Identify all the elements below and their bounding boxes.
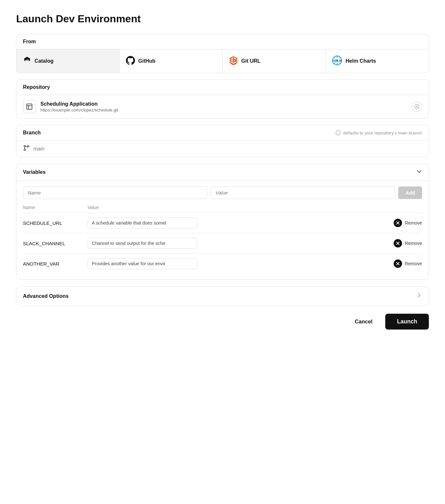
- branch-section-header: Branch i defaults to your repository's m…: [16, 125, 429, 141]
- branch-content: [16, 141, 429, 157]
- branch-input-wrap: [23, 144, 422, 153]
- repo-name: Scheduling Application: [40, 101, 118, 107]
- repository-section-header: Repository: [16, 80, 429, 95]
- from-tabs: Catalog GitHub Git UR: [16, 49, 429, 73]
- remove-var-0-button[interactable]: [394, 219, 402, 227]
- var-value-input-2[interactable]: [88, 258, 197, 269]
- from-section-header: From: [16, 34, 429, 49]
- branch-info: i defaults to your repository's main bra…: [336, 130, 422, 135]
- advanced-options-content[interactable]: Advanced Options: [16, 287, 429, 306]
- cancel-button[interactable]: Cancel: [348, 315, 379, 329]
- variable-row: SLACK_CHANNEL Remove: [23, 233, 422, 253]
- remove-repo-button[interactable]: [412, 101, 422, 112]
- git-url-icon: [229, 56, 238, 66]
- var-value-input-1[interactable]: [88, 238, 197, 249]
- tab-catalog[interactable]: Catalog: [16, 49, 119, 73]
- remove-var-2-label[interactable]: Remove: [405, 261, 422, 266]
- var-name-2: ANOTHER_VAR: [23, 261, 88, 267]
- repo-icon: [23, 100, 36, 113]
- tab-catalog-label: Catalog: [35, 58, 54, 64]
- variables-section-header: Variables: [16, 164, 429, 181]
- var-value-wrap-2: [88, 258, 389, 269]
- tab-github[interactable]: GitHub: [119, 49, 222, 73]
- var-actions-1: Remove: [394, 239, 422, 247]
- repo-details: Scheduling Application https://example.c…: [40, 101, 118, 112]
- tab-git-url[interactable]: Git URL: [222, 49, 326, 73]
- github-icon: [126, 56, 135, 66]
- collapse-icon[interactable]: [416, 169, 422, 176]
- repository-content: Scheduling Application https://example.c…: [16, 95, 429, 118]
- repository-section: Repository Scheduling Application https:…: [16, 79, 429, 119]
- variable-row: ANOTHER_VAR Remove: [23, 253, 422, 274]
- launch-button[interactable]: Launch: [385, 314, 429, 330]
- svg-rect-16: [27, 104, 32, 110]
- variables-col-headers: Name Value: [23, 205, 422, 213]
- add-variable-button[interactable]: Add: [398, 186, 422, 199]
- branch-icon: [23, 144, 30, 153]
- var-value-input-0[interactable]: [88, 217, 197, 228]
- variable-name-input[interactable]: [23, 186, 207, 199]
- remove-var-0-label[interactable]: Remove: [405, 220, 422, 226]
- variables-table: Name Value SCHEDULE_URL Remove: [23, 205, 422, 274]
- col-value-header: Value: [88, 205, 99, 210]
- variables-section: Variables Add Name Value SCHEDULE_URL: [16, 164, 429, 280]
- advanced-options-label: Advanced Options: [23, 293, 68, 299]
- var-name-0: SCHEDULE_URL: [23, 220, 88, 226]
- variables-inputs: Add: [23, 186, 422, 199]
- svg-text:i: i: [337, 131, 338, 135]
- variable-row: SCHEDULE_URL Remove: [23, 213, 422, 233]
- advanced-options-section: Advanced Options: [16, 286, 429, 306]
- repo-url: https://example.com/clopez/schedule.git: [40, 108, 118, 112]
- col-name-header: Name: [23, 205, 88, 210]
- branch-input[interactable]: [33, 146, 422, 152]
- action-row: Cancel Launch: [16, 314, 429, 330]
- tab-helm-charts[interactable]: HELM Helm Charts: [326, 49, 429, 73]
- var-name-1: SLACK_CHANNEL: [23, 241, 88, 246]
- page-title: Launch Dev Environment: [16, 13, 429, 25]
- var-actions-0: Remove: [394, 219, 422, 227]
- tab-github-label: GitHub: [138, 58, 155, 64]
- var-value-wrap-0: [88, 217, 389, 228]
- tab-git-url-label: Git URL: [241, 58, 261, 64]
- remove-var-1-button[interactable]: [394, 239, 402, 247]
- variables-content: Add Name Value SCHEDULE_URL: [16, 181, 429, 279]
- tab-helm-charts-label: Helm Charts: [346, 58, 376, 64]
- var-actions-2: Remove: [394, 259, 422, 268]
- var-value-wrap-1: [88, 238, 389, 249]
- variable-value-input[interactable]: [211, 186, 395, 199]
- remove-var-1-label[interactable]: Remove: [405, 241, 422, 246]
- from-section: From Catalog GitHub: [16, 34, 429, 73]
- chevron-right-icon: [416, 292, 422, 300]
- repo-info: Scheduling Application https://example.c…: [23, 100, 118, 113]
- svg-point-7: [336, 59, 338, 61]
- catalog-icon: [23, 56, 31, 66]
- remove-var-2-button[interactable]: [394, 259, 402, 268]
- helm-icon: HELM: [332, 55, 342, 67]
- branch-section: Branch i defaults to your repository's m…: [16, 125, 429, 157]
